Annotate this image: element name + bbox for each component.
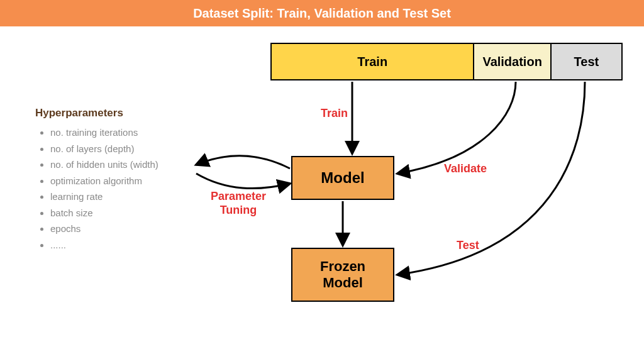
hyperparameters-block: Hyperparameters no. training iterations … — [35, 107, 224, 253]
model-box-label: Model — [321, 169, 364, 187]
param-tuning-line1: Parameter — [211, 190, 266, 202]
dataset-split-bar: Train Validation Test — [270, 43, 623, 80]
arrow-test-to-frozen-model — [397, 82, 585, 275]
dataset-segment-test: Test — [552, 44, 621, 79]
test-segment-label: Test — [574, 55, 599, 69]
frozen-model-label-line1: Frozen — [320, 258, 365, 275]
hyperparameters-title: Hyperparameters — [35, 107, 224, 119]
hyperparameter-item: ...... — [50, 237, 224, 253]
frozen-model-label-line2: Model — [323, 275, 363, 291]
hyperparameter-item: batch size — [50, 205, 224, 221]
validation-segment-label: Validation — [482, 55, 541, 69]
hyperparameter-item: no. training iterations — [50, 124, 224, 141]
page-title: Dataset Split: Train, Validation and Tes… — [193, 6, 451, 21]
hyperparameter-item: learning rate — [50, 189, 224, 205]
hyperparameter-item: no. of hidden units (width) — [50, 157, 224, 173]
arrow-label-train: Train — [321, 107, 348, 120]
arrow-validation-to-model — [397, 82, 516, 174]
train-segment-label: Train — [357, 55, 387, 69]
diagram-canvas: Train Validation Test Model Frozen Model… — [0, 26, 644, 337]
hyperparameters-list: no. training iterations no. of layers (d… — [35, 124, 224, 253]
dataset-segment-train: Train — [272, 44, 474, 79]
hyperparameter-item: no. of layers (depth) — [50, 141, 224, 157]
frozen-model-box: Frozen Model — [291, 248, 394, 302]
arrow-label-test: Test — [457, 239, 479, 252]
param-tuning-line2: Tuning — [220, 204, 257, 216]
page-header: Dataset Split: Train, Validation and Tes… — [0, 0, 644, 26]
arrow-label-parameter-tuning: Parameter Tuning — [211, 190, 266, 217]
model-box: Model — [291, 156, 394, 200]
hyperparameter-item: optimization algorithm — [50, 173, 224, 189]
dataset-segment-validation: Validation — [474, 44, 551, 79]
arrow-label-validate: Validate — [444, 162, 487, 175]
hyperparameter-item: epochs — [50, 221, 224, 237]
